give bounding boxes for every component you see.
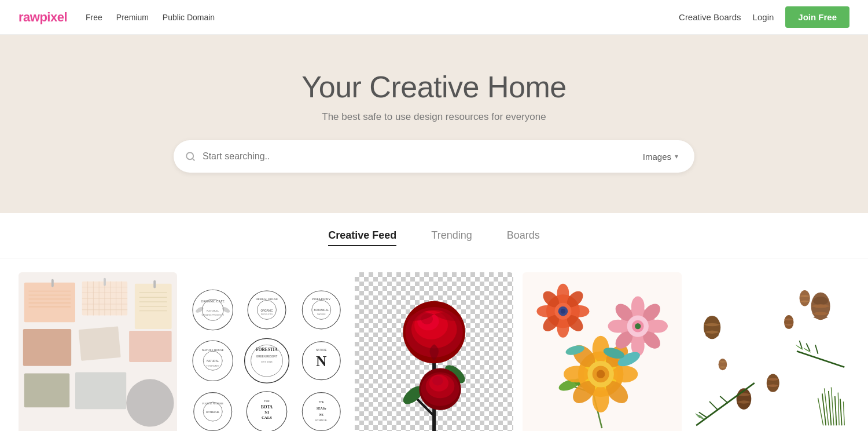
svg-rect-29 xyxy=(129,331,172,362)
nav-premium[interactable]: Premium xyxy=(116,13,149,22)
nav-public-domain[interactable]: Public Domain xyxy=(163,13,215,22)
gallery-item-paper-flowers[interactable] xyxy=(523,272,681,431)
join-free-button[interactable]: Join Free xyxy=(785,6,849,28)
login-link[interactable]: Login xyxy=(753,12,774,22)
svg-text:ORGANIC: ORGANIC xyxy=(261,309,274,312)
svg-rect-28 xyxy=(79,326,121,361)
svg-text:ORGANIC CAFE: ORGANIC CAFE xyxy=(201,299,225,303)
svg-point-112 xyxy=(597,370,605,378)
svg-text:GREEN RESORT: GREEN RESORT xyxy=(256,355,278,358)
search-type-button[interactable]: Images ▾ xyxy=(638,149,683,164)
svg-point-124 xyxy=(561,309,565,313)
svg-text:NATURAL: NATURAL xyxy=(207,360,219,363)
svg-point-126 xyxy=(631,296,645,316)
search-type-label: Images xyxy=(643,152,671,162)
search-icon xyxy=(185,151,196,162)
gallery-item-logos[interactable]: ORGANIC CAFE NATURAL ORGANIC PRODUCTS HE… xyxy=(186,272,345,431)
svg-line-163 xyxy=(838,393,839,426)
gallery-item-paper-scraps[interactable] xyxy=(19,272,177,431)
svg-point-106 xyxy=(593,386,609,413)
tab-boards[interactable]: Boards xyxy=(507,229,540,246)
header: rawpixel Free Premium Public Domain Crea… xyxy=(0,0,868,35)
svg-point-75 xyxy=(303,393,341,431)
svg-rect-35 xyxy=(153,280,156,288)
svg-text:SEASo: SEASo xyxy=(317,407,326,410)
svg-line-1 xyxy=(192,158,194,160)
tab-creative-feed[interactable]: Creative Feed xyxy=(328,229,396,246)
search-input[interactable] xyxy=(203,151,638,162)
svg-line-150 xyxy=(709,401,718,410)
svg-rect-27 xyxy=(23,329,71,366)
hero-subtitle: The best safe to use design resources fo… xyxy=(322,111,546,123)
svg-text:THE: THE xyxy=(264,400,270,403)
svg-rect-2 xyxy=(24,283,75,323)
svg-point-136 xyxy=(635,323,641,329)
svg-text:BOTA: BOTA xyxy=(261,404,273,410)
search-bar: Images ▾ xyxy=(174,140,694,173)
svg-text:THE: THE xyxy=(319,401,324,404)
svg-line-168 xyxy=(815,345,818,354)
svg-text:NI: NI xyxy=(265,410,270,414)
svg-point-114 xyxy=(557,284,569,303)
svg-text:CALS: CALS xyxy=(262,415,272,419)
main-nav: Free Premium Public Domain xyxy=(86,13,215,22)
svg-point-108 xyxy=(564,366,590,382)
svg-text:EST. 2018: EST. 2018 xyxy=(262,360,273,363)
svg-line-160 xyxy=(818,398,823,426)
svg-line-152 xyxy=(695,414,701,417)
svg-line-159 xyxy=(840,399,842,426)
svg-point-132 xyxy=(608,320,628,333)
svg-rect-31 xyxy=(75,372,126,410)
chevron-down-icon: ▾ xyxy=(675,152,678,160)
header-left: rawpixel Free Premium Public Domain xyxy=(19,10,215,25)
svg-line-154 xyxy=(697,416,704,419)
svg-text:BOTANICAL: BOTANICAL xyxy=(314,309,329,312)
svg-point-32 xyxy=(126,379,174,426)
svg-point-104 xyxy=(612,366,638,382)
svg-line-164 xyxy=(843,401,844,425)
svg-text:NATURE: NATURE xyxy=(317,313,326,316)
svg-text:FORESTIA: FORESTIA xyxy=(256,347,278,352)
svg-text:NATURAL: NATURAL xyxy=(207,309,219,312)
svg-text:NS: NS xyxy=(319,413,323,417)
svg-line-158 xyxy=(834,396,836,425)
svg-text:PRODUCTS: PRODUCTS xyxy=(261,313,273,316)
svg-text:ORGANIC PRODUCTS: ORGANIC PRODUCTS xyxy=(202,314,225,316)
svg-text:BOTANICAL: BOTANICAL xyxy=(207,411,220,414)
svg-line-151 xyxy=(720,396,728,403)
svg-rect-30 xyxy=(24,374,69,408)
header-right: Creative Boards Login Join Free xyxy=(679,6,849,28)
logo[interactable]: rawpixel xyxy=(19,10,67,25)
hero-section: Your Creative Home The best safe to use … xyxy=(0,35,868,213)
svg-text:N: N xyxy=(316,353,327,370)
svg-point-141 xyxy=(813,297,828,305)
image-gallery: ORGANIC CAFE NATURAL ORGANIC PRODUCTS HE… xyxy=(0,258,868,431)
svg-line-165 xyxy=(797,351,844,367)
svg-line-155 xyxy=(698,417,704,420)
content-tabs: Creative Feed Trending Boards xyxy=(0,213,868,258)
svg-point-95 xyxy=(432,376,443,386)
svg-text:BOTANICAL: BOTANICAL xyxy=(315,419,327,422)
svg-line-153 xyxy=(696,415,703,418)
hero-title: Your Creative Home xyxy=(301,70,566,104)
svg-text:FERBRUARY: FERBRUARY xyxy=(207,365,220,367)
gallery-item-pine-cones[interactable] xyxy=(691,272,849,431)
svg-point-128 xyxy=(648,320,668,333)
nav-free[interactable]: Free xyxy=(86,13,102,22)
creative-boards-link[interactable]: Creative Boards xyxy=(679,12,741,22)
svg-line-162 xyxy=(831,387,834,425)
svg-line-157 xyxy=(828,391,831,425)
svg-point-42 xyxy=(222,306,231,314)
svg-point-41 xyxy=(195,306,204,314)
svg-rect-33 xyxy=(52,279,54,287)
tab-trending[interactable]: Trending xyxy=(431,229,472,246)
svg-text:FLORAL NATURE: FLORAL NATURE xyxy=(203,402,224,405)
svg-rect-34 xyxy=(104,278,106,286)
gallery-item-roses[interactable] xyxy=(355,272,513,431)
svg-text:NATURE: NATURE xyxy=(316,349,326,352)
